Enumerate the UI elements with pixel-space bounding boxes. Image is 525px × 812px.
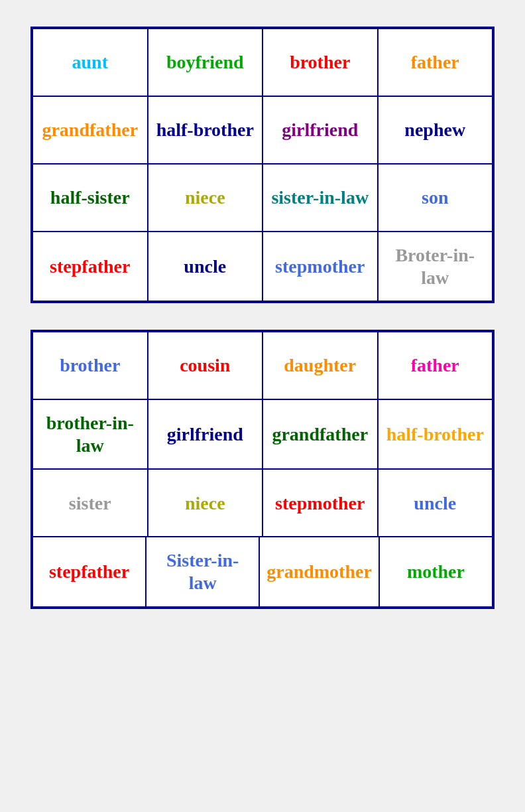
- table-row: stepfatherunclestepmotherBroter-in-law: [33, 232, 492, 301]
- table-1: auntboyfriendbrotherfathergrandfatherhal…: [30, 27, 495, 303]
- table-cell: cousin: [148, 332, 264, 399]
- table-row: brothercousindaughterfather: [33, 332, 492, 400]
- table-cell: nephew: [379, 97, 493, 163]
- table-cell: uncle: [379, 470, 493, 536]
- table-cell: niece: [148, 470, 264, 536]
- table-cell: girlfriend: [263, 97, 379, 163]
- table-2: brothercousindaughterfatherbrother-in-la…: [30, 330, 495, 608]
- table-row: auntboyfriendbrotherfather: [33, 29, 492, 97]
- table-cell: sister: [33, 470, 148, 536]
- table-cell: stepmother: [263, 470, 379, 536]
- table-cell: Sister-in-law: [146, 537, 260, 606]
- table-cell: sister-in-law: [263, 165, 379, 231]
- table-cell: father: [379, 332, 493, 399]
- table-cell: grandfather: [33, 97, 148, 163]
- table-row: brother-in-lawgirlfriendgrandfatherhalf-…: [33, 400, 492, 470]
- table-cell: niece: [148, 165, 264, 231]
- table-cell: grandfather: [263, 400, 379, 468]
- table-row: sisterniecestepmotheruncle: [33, 470, 492, 537]
- table-cell: stepfather: [33, 232, 148, 301]
- table-cell: girlfriend: [148, 400, 264, 468]
- table-cell: brother: [33, 332, 148, 399]
- table-cell: brother-in-law: [33, 400, 148, 468]
- table-row: grandfatherhalf-brothergirlfriendnephew: [33, 97, 492, 165]
- table-cell: father: [379, 29, 493, 96]
- table-cell: half-brother: [148, 97, 264, 163]
- table-cell: aunt: [33, 29, 148, 96]
- table-cell: son: [379, 165, 493, 231]
- table-cell: daughter: [263, 332, 379, 399]
- table-cell: Broter-in-law: [379, 232, 493, 301]
- table-cell: boyfriend: [148, 29, 264, 96]
- table-cell: grandmother: [260, 537, 380, 606]
- table-cell: half-sister: [33, 165, 148, 231]
- table-cell: uncle: [148, 232, 264, 301]
- table-cell: half-brother: [379, 400, 493, 468]
- table-row: stepfatherSister-in-lawgrandmothermother: [33, 537, 492, 606]
- table-cell: stepfather: [33, 537, 146, 606]
- table-cell: brother: [263, 29, 379, 96]
- table-cell: mother: [380, 537, 492, 606]
- table-cell: stepmother: [263, 232, 379, 301]
- table-row: half-sisterniecesister-in-lawson: [33, 165, 492, 232]
